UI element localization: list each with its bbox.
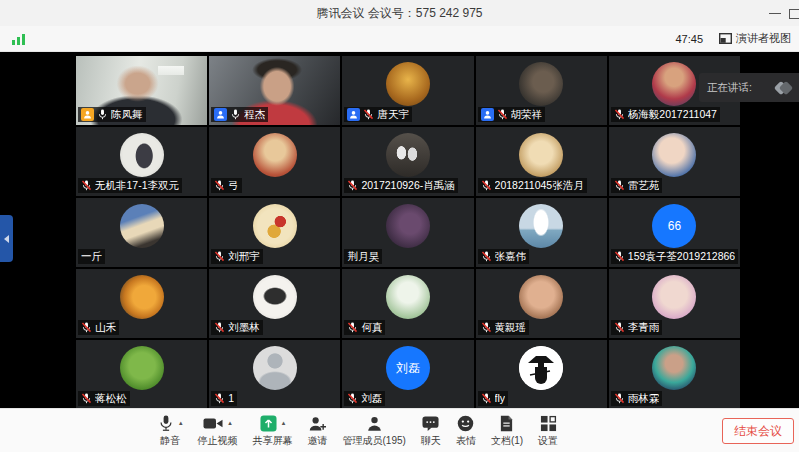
participant-tile[interactable]: 弓 — [209, 127, 340, 196]
toolbar-item-label: 设置 — [538, 434, 558, 448]
participant-name: 何真 — [361, 320, 382, 335]
toolbar-items: ▴静音▴停止视频▴共享屏幕邀请管理成员(195)聊天表情文档(1)设置 — [158, 413, 558, 448]
muted-mic-icon — [347, 321, 358, 334]
participant-tile[interactable]: 山禾 — [76, 269, 207, 338]
participant-name-label: 张嘉伟 — [478, 249, 530, 264]
participant-avatar: 66 — [652, 204, 696, 248]
participant-tile[interactable]: 无机非17-1李双元 — [76, 127, 207, 196]
participant-name-label: 胡荣祥 — [478, 107, 546, 122]
participant-tile[interactable]: 1 — [209, 340, 340, 409]
toolbar-members-button[interactable]: 管理成员(195) — [343, 413, 406, 448]
now-speaking-overlay: 正在讲话: — [699, 73, 799, 102]
participant-tile[interactable]: 唐天宇 — [342, 56, 473, 125]
muted-mic-icon — [614, 321, 625, 334]
toolbar-item-label: 聊天 — [421, 434, 441, 448]
muted-mic-icon — [214, 321, 225, 334]
participant-avatar — [120, 133, 164, 177]
participant-tile[interactable]: 雷艺苑 — [609, 127, 740, 196]
participant-avatar — [386, 275, 430, 319]
participant-name-label: 2017210926-肖禹涵 — [344, 178, 457, 193]
participant-name-label: 雷艺苑 — [611, 178, 663, 193]
participant-tile[interactable]: 陈凤舞 — [76, 56, 207, 125]
role-badge-icon — [214, 108, 227, 121]
participant-name: 刘邢宇 — [228, 249, 260, 264]
participant-name-label: 刘邢宇 — [211, 249, 263, 264]
participant-name-label: 159袁子荃2019212866 — [611, 249, 738, 264]
participant-tile[interactable]: 刘墨林 — [209, 269, 340, 338]
muted-mic-icon — [481, 392, 492, 405]
maximize-button[interactable] — [785, 0, 799, 26]
participant-name: fly — [495, 391, 506, 406]
participant-tile[interactable]: 荆月昊 — [342, 198, 473, 267]
toolbar-emoji-button[interactable]: 表情 — [456, 413, 476, 448]
participant-tile[interactable]: 何真 — [342, 269, 473, 338]
participant-avatar: 刘磊 — [386, 346, 430, 390]
smiley-icon — [457, 415, 474, 432]
participant-tile[interactable]: fly — [476, 340, 607, 409]
muted-mic-icon — [614, 392, 625, 405]
participant-avatar — [253, 133, 297, 177]
participant-tile[interactable]: 李青雨 — [609, 269, 740, 338]
participant-name-label: 程杰 — [211, 107, 268, 122]
muted-mic-icon — [363, 108, 374, 121]
speaker-view-label: 演讲者视图 — [736, 31, 791, 46]
participant-tile[interactable]: 程杰 — [209, 56, 340, 125]
camera-icon — [203, 416, 223, 431]
participant-tile[interactable]: 66159袁子荃2019212866 — [609, 198, 740, 267]
expand-arrow[interactable]: ▴ — [282, 419, 286, 427]
participant-tile[interactable]: 蒋松松 — [76, 340, 207, 409]
settings-icon — [540, 415, 557, 432]
participant-name: 蒋松松 — [95, 391, 127, 406]
toolbar-share-screen-button[interactable]: ▴共享屏幕 — [253, 413, 293, 448]
participant-avatar — [386, 62, 430, 106]
muted-mic-icon — [81, 392, 92, 405]
sidebar-collapse-tab[interactable] — [0, 215, 13, 262]
muted-mic-icon — [614, 250, 625, 263]
toolbar-invite-button[interactable]: 邀请 — [308, 413, 328, 448]
muted-mic-icon — [614, 108, 625, 121]
participant-avatar — [253, 204, 297, 248]
meeting-statusbar: 47:45 演讲者视图 — [0, 26, 799, 52]
participant-name: 刘磊 — [361, 391, 382, 406]
participant-name-label: 2018211045张浩月 — [478, 178, 587, 193]
speaker-view-button[interactable]: 演讲者视图 — [719, 31, 791, 46]
participant-tile[interactable]: 张嘉伟 — [476, 198, 607, 267]
minimize-button[interactable] — [765, 0, 785, 26]
participant-name: 一斤 — [81, 249, 102, 264]
toolbar-mute-button[interactable]: ▴静音 — [158, 413, 183, 448]
toolbar-docs-button[interactable]: 文档(1) — [491, 413, 523, 448]
tencent-meeting-window: 腾讯会议 会议号：575 242 975 47:45 演讲者视图 陈凤舞程杰唐天… — [0, 0, 799, 452]
participant-tile[interactable]: 胡荣祥 — [476, 56, 607, 125]
muted-mic-icon — [614, 179, 625, 192]
mic-icon — [158, 414, 174, 433]
expand-arrow[interactable]: ▴ — [228, 419, 232, 427]
toolbar-chat-button[interactable]: 聊天 — [421, 413, 441, 448]
participant-avatar — [652, 62, 696, 106]
participant-tile[interactable]: 2018211045张浩月 — [476, 127, 607, 196]
participant-name: 1 — [228, 391, 234, 406]
participant-name-label: 刘磊 — [344, 391, 385, 406]
participant-tile[interactable]: 黄親瑶 — [476, 269, 607, 338]
participant-tile[interactable]: 刘邢宇 — [209, 198, 340, 267]
participant-name: 2018211045张浩月 — [495, 178, 584, 193]
end-meeting-button[interactable]: 结束会议 — [722, 418, 794, 444]
participant-name-label: 刘墨林 — [211, 320, 263, 335]
participant-name: 刘墨林 — [228, 320, 260, 335]
participant-avatar — [386, 133, 430, 177]
muted-mic-icon — [347, 392, 358, 405]
participant-tile[interactable]: 雨林霖 — [609, 340, 740, 409]
participant-avatar — [519, 62, 563, 106]
participant-avatar — [253, 275, 297, 319]
toolbar-item-label: 共享屏幕 — [253, 434, 293, 448]
participant-tile[interactable]: 一斤 — [76, 198, 207, 267]
participant-name: 黄親瑶 — [495, 320, 527, 335]
participant-tile[interactable]: 刘磊刘磊 — [342, 340, 473, 409]
doc-icon — [499, 415, 514, 432]
share-icon — [260, 415, 277, 432]
expand-arrow[interactable]: ▴ — [179, 419, 183, 427]
participant-name-label: 无机非17-1李双元 — [78, 178, 182, 193]
toolbar-settings-button[interactable]: 设置 — [538, 413, 558, 448]
participant-name: 雷艺苑 — [628, 178, 660, 193]
participant-tile[interactable]: 2017210926-肖禹涵 — [342, 127, 473, 196]
toolbar-stop-video-button[interactable]: ▴停止视频 — [198, 413, 238, 448]
